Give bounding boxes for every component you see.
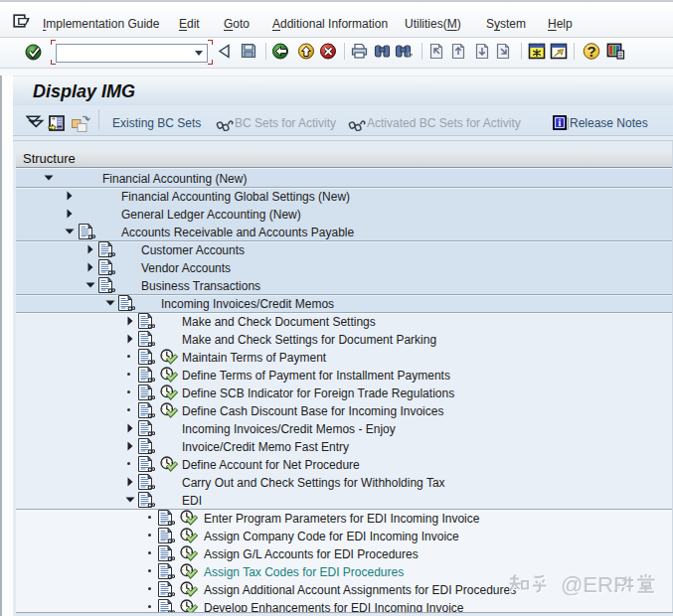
svg-text:@ERP: @ERP (561, 572, 628, 597)
svg-text:i: i (559, 117, 562, 128)
svg-text:?: ? (587, 43, 595, 60)
